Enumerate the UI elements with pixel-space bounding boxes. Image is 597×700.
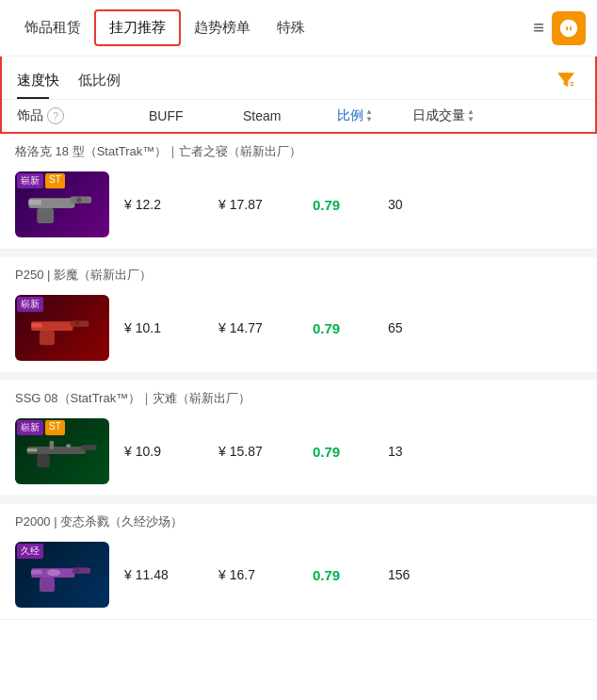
divider: [0, 373, 597, 381]
buff-price: ¥ 10.1: [124, 320, 218, 335]
product-title: 格洛克 18 型（StatTrak™）｜亡者之寝（崭新出厂）: [0, 134, 597, 164]
badge-wrap: 崭新ST: [17, 173, 65, 188]
steam-price: ¥ 15.87: [218, 444, 313, 459]
product-prices: ¥ 10.1 ¥ 14.77 0.79 65: [124, 320, 582, 336]
filter-icon[interactable]: [552, 66, 580, 99]
product-list: 格洛克 18 型（StatTrak™）｜亡者之寝（崭新出厂） 崭新ST ¥ 12…: [0, 134, 597, 620]
nav-item-special[interactable]: 特殊: [264, 11, 318, 44]
svg-rect-21: [40, 578, 55, 592]
svg-point-0: [566, 22, 572, 26]
filter-tabs: 速度快 低比例: [2, 57, 595, 99]
nav-item-recommend[interactable]: 挂刀推荐: [94, 9, 181, 46]
steam-price: ¥ 17.87: [218, 197, 313, 212]
filter-tab-fast[interactable]: 速度快: [17, 66, 71, 99]
buff-price: ¥ 10.9: [124, 444, 218, 459]
svg-point-23: [47, 569, 60, 576]
svg-rect-22: [31, 570, 42, 574]
svg-point-12: [74, 320, 79, 325]
col-header-volume[interactable]: 日成交量 ▲▼: [412, 107, 580, 124]
svg-rect-5: [37, 208, 54, 223]
badge-wrap: 崭新ST: [17, 420, 65, 435]
badge-wrap: 久经: [17, 544, 43, 559]
svg-rect-15: [37, 454, 49, 467]
table-header: 饰品 ? BUFF Steam 比例 ▲▼ 日成交量 ▲▼: [2, 99, 595, 132]
product-image: 崭新ST: [15, 171, 109, 237]
avatar-icon: [558, 18, 579, 39]
steam-price: ¥ 14.77: [218, 320, 313, 335]
avatar[interactable]: [552, 11, 586, 45]
buff-price: ¥ 11.48: [124, 567, 218, 582]
svg-rect-9: [71, 320, 89, 326]
svg-rect-11: [31, 323, 42, 327]
volume-value: 13: [388, 444, 582, 459]
badge: ST: [45, 420, 65, 435]
badge: 崭新: [17, 173, 43, 188]
product-title: SSG 08（StatTrak™）｜灾难（崭新出厂）: [0, 381, 597, 411]
product-row[interactable]: 崭新ST ¥ 10.9 ¥ 15.87 0.79 13: [0, 411, 597, 496]
product-image: 久经: [15, 542, 109, 608]
col-header-steam: Steam: [243, 108, 337, 123]
product-prices: ¥ 12.2 ¥ 17.87 0.79 30: [124, 197, 582, 213]
svg-point-24: [74, 567, 79, 572]
product-row[interactable]: 崭新ST ¥ 12.2 ¥ 17.87 0.79 30: [0, 164, 597, 249]
svg-rect-6: [28, 200, 40, 204]
badge: 崭新: [17, 297, 43, 312]
badge: 久经: [17, 544, 43, 559]
volume-value: 30: [388, 197, 582, 212]
product-image: 崭新ST: [15, 418, 109, 484]
product-prices: ¥ 10.9 ¥ 15.87 0.79 13: [124, 444, 582, 460]
product-title: P2000 | 变态杀戮（久经沙场）: [0, 504, 597, 534]
ratio-value: 0.79: [313, 444, 388, 460]
badge: ST: [45, 173, 65, 188]
product-image: 崭新: [15, 295, 109, 361]
svg-rect-18: [27, 448, 38, 452]
divider: [0, 250, 597, 257]
col-header-item: 饰品 ?: [17, 107, 149, 124]
volume-sort-arrows: ▲▼: [467, 108, 475, 123]
product-row[interactable]: 久经 ¥ 11.48 ¥ 16.7 0.79 156: [0, 534, 597, 619]
ratio-value: 0.79: [313, 197, 388, 213]
svg-point-7: [76, 197, 81, 202]
product-title: P250 | 影魔（崭新出厂）: [0, 257, 597, 287]
ratio-value: 0.79: [313, 567, 388, 583]
ratio-sort-arrows: ▲▼: [365, 108, 373, 123]
svg-rect-10: [40, 331, 55, 345]
product-section: SSG 08（StatTrak™）｜灾难（崭新出厂） 崭新ST ¥ 10.9 ¥…: [0, 381, 597, 497]
menu-icon[interactable]: ≡: [525, 13, 552, 42]
nav-item-trend[interactable]: 趋势榜单: [181, 11, 264, 44]
svg-rect-17: [66, 444, 70, 448]
nav-item-rental[interactable]: 饰品租赁: [11, 11, 94, 44]
col-help-icon[interactable]: ?: [47, 107, 64, 124]
product-section: 格洛克 18 型（StatTrak™）｜亡者之寝（崭新出厂） 崭新ST ¥ 12…: [0, 134, 597, 250]
badge-wrap: 崭新: [17, 297, 43, 312]
product-section: P2000 | 变态杀戮（久经沙场） 久经 ¥ 11.48 ¥ 16.7: [0, 504, 597, 620]
col-header-buff: BUFF: [149, 108, 243, 123]
svg-rect-16: [50, 441, 54, 449]
product-section: P250 | 影魔（崭新出厂） 崭新 ¥ 10.1 ¥ 14.77 0.79: [0, 257, 597, 373]
steam-price: ¥ 16.7: [218, 567, 313, 582]
col-header-ratio[interactable]: 比例 ▲▼: [337, 107, 412, 124]
badge: 崭新: [17, 420, 43, 435]
volume-value: 65: [388, 320, 582, 335]
volume-value: 156: [388, 567, 582, 582]
top-nav: 饰品租赁 挂刀推荐 趋势榜单 特殊 ≡: [0, 0, 597, 57]
divider: [0, 497, 597, 504]
buff-price: ¥ 12.2: [124, 197, 218, 212]
product-prices: ¥ 11.48 ¥ 16.7 0.79 156: [124, 567, 582, 583]
filter-tab-low-ratio[interactable]: 低比例: [78, 66, 132, 99]
svg-rect-14: [81, 445, 96, 449]
ratio-value: 0.79: [313, 320, 388, 336]
product-row[interactable]: 崭新 ¥ 10.1 ¥ 14.77 0.79 65: [0, 287, 597, 372]
